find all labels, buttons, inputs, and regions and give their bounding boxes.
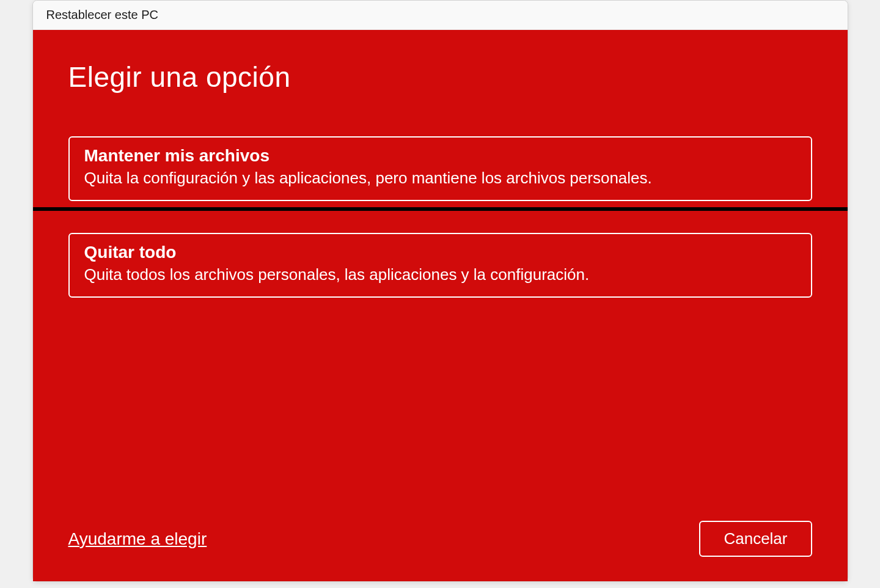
reset-pc-dialog: Restablecer este PC Elegir una opción Ma… — [32, 0, 848, 582]
keep-files-option[interactable]: Mantener mis archivos Quita la configura… — [68, 136, 812, 201]
page-heading: Elegir una opción — [68, 61, 812, 94]
option-description: Quita la configuración y las aplicacione… — [84, 168, 796, 189]
titlebar[interactable]: Restablecer este PC — [33, 1, 848, 30]
options-container: Mantener mis archivos Quita la configura… — [68, 136, 812, 298]
option-title: Mantener mis archivos — [84, 146, 796, 166]
remove-everything-option[interactable]: Quitar todo Quita todos los archivos per… — [68, 233, 812, 298]
option-title: Quitar todo — [84, 243, 796, 262]
dialog-footer: Ayudarme a elegir Cancelar — [68, 509, 812, 557]
window-title: Restablecer este PC — [46, 8, 158, 22]
help-link[interactable]: Ayudarme a elegir — [68, 529, 207, 549]
cancel-button[interactable]: Cancelar — [699, 521, 812, 557]
option-description: Quita todos los archivos personales, las… — [84, 265, 796, 285]
dialog-body: Elegir una opción Mantener mis archivos … — [33, 30, 848, 581]
divider — [33, 207, 848, 211]
